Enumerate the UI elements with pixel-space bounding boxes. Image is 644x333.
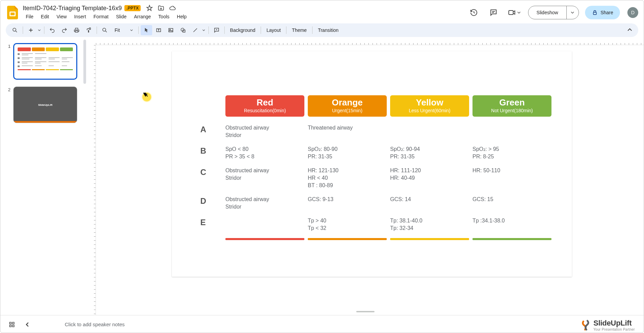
slide-thumbnail-1[interactable]: 1 xyxy=(6,43,77,80)
collapse-filmstrip-icon[interactable] xyxy=(25,322,30,327)
grid-view-icon[interactable] xyxy=(8,321,15,328)
line-tool-dropdown[interactable] xyxy=(201,25,206,35)
row-label[interactable]: B xyxy=(192,145,222,156)
triage-cell[interactable]: Threatened airway xyxy=(308,124,387,132)
triage-cell[interactable]: SpO₂: 90-94PR: 31-35 xyxy=(390,145,469,160)
theme-button[interactable]: Theme xyxy=(288,25,310,35)
triage-cell[interactable]: GCS: 9-13 xyxy=(308,196,387,203)
triage-cell[interactable]: SpO₂: > 95PR: 8-25 xyxy=(472,145,551,160)
new-slide-dropdown[interactable] xyxy=(37,25,42,35)
triage-body: AObstructed airwayStridorThreatened airw… xyxy=(192,124,551,232)
triage-cell[interactable]: HR: 50-110 xyxy=(472,167,551,174)
slideshow-button[interactable]: Slideshow xyxy=(528,6,579,19)
caret-down-icon xyxy=(517,11,521,14)
triage-cell[interactable]: Obstructed airwayStridor xyxy=(225,124,304,139)
meet-button[interactable] xyxy=(506,6,522,19)
collapse-toolbar-icon[interactable] xyxy=(625,25,635,35)
row-label[interactable]: C xyxy=(192,167,222,177)
menu-file[interactable]: File xyxy=(23,13,37,21)
menu-bar: File Edit View Insert Format Slide Arran… xyxy=(23,13,467,21)
comment-tool[interactable] xyxy=(211,25,222,35)
menu-format[interactable]: Format xyxy=(90,13,112,21)
cursor-arrow-icon xyxy=(143,92,147,96)
account-avatar[interactable]: D xyxy=(627,7,638,18)
image-tool[interactable] xyxy=(165,25,177,35)
svg-rect-14 xyxy=(13,325,14,327)
triage-cell[interactable]: SpO₂: 80-90PR: 31-35 xyxy=(308,145,387,160)
layout-button[interactable]: Layout xyxy=(263,25,284,35)
footer-bar-yellow xyxy=(390,238,469,240)
cloud-icon[interactable] xyxy=(169,5,176,12)
textbox-tool[interactable] xyxy=(153,25,164,35)
search-menus-icon[interactable] xyxy=(9,25,21,35)
triage-cell[interactable]: GCS: 15 xyxy=(472,196,551,203)
row-label[interactable]: A xyxy=(192,124,222,134)
slide-canvas[interactable]: Red Resuscitation(0min) Orange Urgent(15… xyxy=(172,51,572,277)
line-tool[interactable] xyxy=(189,25,201,35)
filmstrip: 1 2 SlideUpLift xyxy=(0,38,87,315)
pptx-badge: .PPTX xyxy=(124,5,141,11)
triage-cell[interactable]: Obstructed airwayStridor xyxy=(225,167,304,181)
triage-row: CObstructed airwayStridorHR: 121-130HR <… xyxy=(192,167,551,189)
zoom-tool-icon[interactable] xyxy=(99,25,110,35)
slides-logo-icon[interactable] xyxy=(6,6,19,19)
triage-cell[interactable]: Tp :34.1-38.0 xyxy=(472,217,551,224)
print-button[interactable] xyxy=(71,25,82,35)
undo-button[interactable] xyxy=(46,25,58,35)
svg-rect-1 xyxy=(11,13,15,15)
menu-help[interactable]: Help xyxy=(174,13,190,21)
background-button[interactable]: Background xyxy=(227,25,259,35)
comments-icon[interactable] xyxy=(487,6,500,19)
triage-header-yellow[interactable]: Yellow Less Urgent(60min) xyxy=(390,95,469,117)
menu-edit[interactable]: Edit xyxy=(38,13,52,21)
slide-number: 1 xyxy=(6,43,11,80)
speaker-notes-input[interactable]: Click to add speaker notes xyxy=(44,321,644,327)
menu-view[interactable]: View xyxy=(54,13,70,21)
triage-header-orange[interactable]: Orange Urgent(15min) xyxy=(308,95,387,117)
zoom-value: Fit xyxy=(115,27,120,33)
triage-cell[interactable]: Tp > 40Tp < 32 xyxy=(308,217,387,232)
ruler-horizontal[interactable] xyxy=(96,38,644,45)
menu-arrange[interactable]: Arrange xyxy=(131,13,154,21)
document-title[interactable]: ItemID-7042-Triaging Template-16x9 xyxy=(23,5,122,12)
redo-button[interactable] xyxy=(59,25,70,35)
speaker-notes-placeholder: Click to add speaker notes xyxy=(65,321,125,327)
history-icon[interactable] xyxy=(467,6,481,19)
move-icon[interactable] xyxy=(158,5,164,12)
slideshow-label[interactable]: Slideshow xyxy=(528,6,566,19)
triage-cell[interactable]: Obstructed airwayStridor xyxy=(225,196,304,210)
title-area: ItemID-7042-Triaging Template-16x9 .PPTX… xyxy=(23,5,467,21)
thumbnail[interactable]: SlideUpLift xyxy=(13,86,77,123)
filmstrip-scrollbar[interactable] xyxy=(82,38,87,315)
menu-insert[interactable]: Insert xyxy=(71,13,89,21)
header-actions: Slideshow Share D xyxy=(467,6,638,19)
shape-tool[interactable] xyxy=(177,25,189,35)
thumbnail[interactable] xyxy=(13,43,77,80)
triage-cell[interactable]: HR: 111-120HR: 40-49 xyxy=(390,167,469,181)
row-label[interactable]: D xyxy=(192,196,222,206)
notes-resize-handle[interactable] xyxy=(356,311,375,312)
paint-format-button[interactable] xyxy=(83,25,95,35)
row-label[interactable]: E xyxy=(192,217,222,227)
select-tool[interactable] xyxy=(141,25,152,35)
menu-slide[interactable]: Slide xyxy=(113,13,129,21)
menu-tools[interactable]: Tools xyxy=(155,13,173,21)
triage-header-green[interactable]: Green Not Urgent(180min) xyxy=(472,95,551,117)
lock-icon xyxy=(592,9,598,16)
triage-cell[interactable]: Tp: 38.1-40.0Tp: 32-34 xyxy=(390,217,469,232)
ruler-vertical[interactable] xyxy=(87,45,96,315)
new-slide-button[interactable] xyxy=(25,25,37,35)
brand-name: SlideUpLift xyxy=(593,319,635,328)
triage-cell[interactable]: HR: 121-130HR < 40BT : 80-89 xyxy=(308,167,387,189)
toolbar: Fit Background Layout Theme Transition xyxy=(6,23,638,37)
transition-button[interactable]: Transition xyxy=(315,25,342,35)
slide-thumbnail-2[interactable]: 2 SlideUpLift xyxy=(6,86,77,123)
zoom-select[interactable]: Fit xyxy=(111,27,136,33)
star-icon[interactable] xyxy=(146,5,153,12)
triage-cell[interactable]: SpO < 80PR > 35 < 8 xyxy=(225,145,304,160)
slideshow-dropdown[interactable] xyxy=(566,6,579,19)
share-button[interactable]: Share xyxy=(585,6,620,19)
triage-header-red[interactable]: Red Resuscitation(0min) xyxy=(225,95,304,117)
triage-cell[interactable]: GCS: 14 xyxy=(390,196,469,203)
footer-bar-red xyxy=(225,238,304,240)
